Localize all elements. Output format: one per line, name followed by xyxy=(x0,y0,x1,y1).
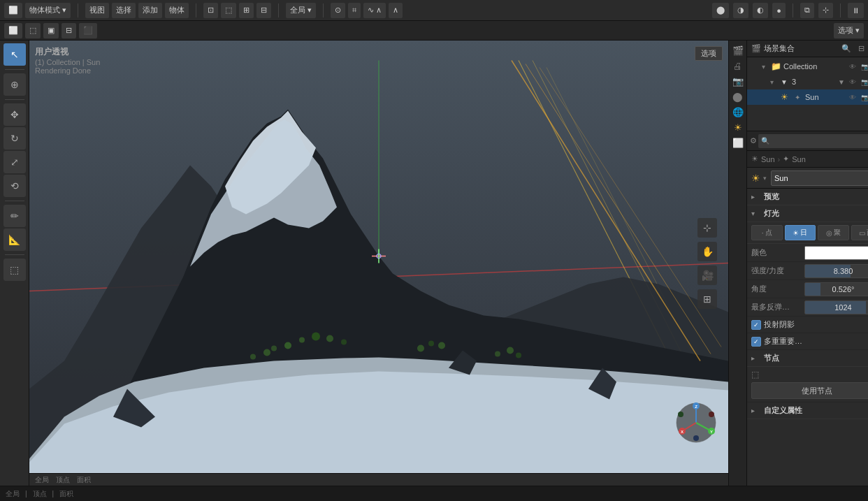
nav-gizmo[interactable]: Z Y X xyxy=(675,402,717,444)
shadow-checkbox[interactable]: ✓ xyxy=(751,320,761,330)
bounce-value[interactable]: 1024 xyxy=(804,300,868,314)
viewport-shading-2[interactable]: ◑ xyxy=(733,3,748,18)
material-btn[interactable]: ⬜ xyxy=(731,136,745,150)
node-section-header[interactable]: ▸ 节点 xyxy=(747,350,868,367)
mode-arrow: ▾ xyxy=(62,6,66,15)
light-type-spot[interactable]: ◎ 聚 xyxy=(818,225,849,240)
rotate-tool[interactable]: ↻ xyxy=(3,127,26,150)
svg-point-37 xyxy=(678,412,683,417)
perspective-icon[interactable]: ⊹ xyxy=(697,218,717,238)
sun-visibility[interactable]: 👁 xyxy=(847,92,858,103)
camera-view-icon[interactable]: 🎥 xyxy=(697,266,717,285)
scene-side-btn[interactable]: ⬤ xyxy=(731,89,745,103)
icon-row-4[interactable]: ⊟ xyxy=(62,23,76,38)
visibility-icon[interactable]: 👁 xyxy=(847,61,858,72)
menu-select[interactable]: 选择 xyxy=(112,3,136,18)
shadow-row: ✓ 投射阴影 xyxy=(747,317,868,333)
icon-row-3[interactable]: ▣ xyxy=(43,23,59,38)
viewport-shading-4[interactable]: ● xyxy=(772,3,786,18)
breadcrumb: ☀ Sun › ✦ Sun xyxy=(747,151,868,168)
annotate-tool[interactable]: ✏ xyxy=(3,205,26,227)
obj-name-input[interactable] xyxy=(771,170,868,186)
outliner-item-sun[interactable]: ☀ ✦ Sun 👁 📷 ⬤ xyxy=(747,89,868,105)
outliner-item-collection[interactable]: ▾ 📁 Collection 👁 📷 ⬤ xyxy=(747,59,868,74)
color-value[interactable] xyxy=(804,246,868,260)
viewport-options-btn[interactable]: 选项 xyxy=(695,46,723,61)
use-nodes-btn[interactable]: 使用节点 xyxy=(751,382,868,399)
light-type-point[interactable]: · 点 xyxy=(751,225,783,240)
light-type-sun[interactable]: ☀ 日 xyxy=(785,225,816,240)
viewport-shading-1[interactable]: ⬤ xyxy=(712,3,729,18)
object-data-btn[interactable]: ☀ xyxy=(731,120,745,134)
menu-object[interactable]: 物体 xyxy=(165,3,189,18)
viewport-bottom-bar: 全局 顶点 面积 xyxy=(29,473,728,486)
transform-btn-3[interactable]: ∿ ∧ xyxy=(363,3,386,18)
light-type-area[interactable]: ▭ 面 xyxy=(851,225,869,240)
outliner-search-btn[interactable]: 🔍 xyxy=(840,43,853,55)
icon-btn-4[interactable]: ⊟ xyxy=(256,3,271,18)
render-side-btn[interactable]: 🎬 xyxy=(731,43,745,57)
transform-btn-2[interactable]: ⌗ xyxy=(348,3,361,18)
custom-props-header[interactable]: ▸ 自定义属性 xyxy=(747,402,868,419)
svg-point-14 xyxy=(417,345,424,352)
search-input[interactable] xyxy=(772,137,868,145)
multi-shadow-checkbox[interactable]: ✓ xyxy=(751,337,761,347)
pause-btn[interactable]: ⏸ xyxy=(848,3,864,18)
transform-tool[interactable]: ⟲ xyxy=(3,175,26,197)
filter-render[interactable]: 📷 xyxy=(860,76,868,87)
icon-row-2[interactable]: ⬚ xyxy=(25,23,41,38)
vb-tab-1[interactable]: 全局 xyxy=(32,475,52,485)
output-side-btn[interactable]: 🖨 xyxy=(731,59,745,73)
view-layer-btn[interactable]: 📷 xyxy=(731,74,745,88)
divider-5 xyxy=(793,3,793,17)
transform-section: ⊙ ⌗ ∿ ∧ ∧ xyxy=(331,3,403,18)
properties-content: ☀ ▾ ▸ 预览 ▾ 灯光 ⋯ xyxy=(747,168,868,486)
icon-row-5[interactable]: ⬛ xyxy=(79,23,97,38)
viewport-3d[interactable]: 用户透视 (1) Collection | Sun Rendering Done… xyxy=(29,41,728,486)
icon-btn-1[interactable]: ⊡ xyxy=(203,3,218,18)
global-section: 全局 ▾ xyxy=(286,3,316,18)
gizmo-btn[interactable]: ⊹ xyxy=(818,3,833,18)
breadcrumb-icon: ☀ xyxy=(751,154,758,164)
render-status: Rendering Done xyxy=(35,66,100,75)
filter-visibility[interactable]: 👁 xyxy=(847,76,858,87)
multi-shadow-label: 多重重要… xyxy=(764,336,802,347)
light-section-header[interactable]: ▾ 灯光 ⋯ xyxy=(747,205,868,222)
icon-row-1[interactable]: ⬜ xyxy=(4,23,22,38)
outliner-item-filter[interactable]: ▾ ▼ 3 ▼ 👁 📷 ⬤ xyxy=(747,74,868,89)
menu-add[interactable]: 添加 xyxy=(138,3,162,18)
add-tool[interactable]: ⬚ xyxy=(3,259,26,281)
grid-icon[interactable]: ⊞ xyxy=(697,289,717,309)
overlay-btn[interactable]: ⧉ xyxy=(800,3,814,18)
svg-point-6 xyxy=(284,342,291,349)
strength-value[interactable]: 8.380 xyxy=(804,264,868,278)
viewport-label: 用户透视 (1) Collection | Sun Rendering Done xyxy=(35,46,100,75)
viewport-shading-3[interactable]: ◐ xyxy=(753,3,768,18)
divider-6 xyxy=(840,3,841,17)
menu-view[interactable]: 视图 xyxy=(85,3,109,18)
render-visibility-icon[interactable]: 📷 xyxy=(860,61,868,72)
transform-btn-4[interactable]: ∧ xyxy=(389,3,403,18)
mode-dropdown[interactable]: 物体模式 ▾ xyxy=(25,3,71,18)
select-tool[interactable]: ↖ xyxy=(3,43,26,66)
measure-tool[interactable]: 📐 xyxy=(3,228,26,251)
transform-btn-1[interactable]: ⊙ xyxy=(331,3,345,18)
icon-btn-3[interactable]: ⊞ xyxy=(239,3,254,18)
scale-tool[interactable]: ⤢ xyxy=(3,151,26,173)
preview-section-header[interactable]: ▸ 预览 xyxy=(747,189,868,205)
outliner-filter-btn[interactable]: ⊟ xyxy=(855,43,867,55)
cursor-tool[interactable]: ⊕ xyxy=(3,73,26,96)
options-btn[interactable]: 选项 ▾ xyxy=(834,23,864,38)
vb-tab-3[interactable]: 面积 xyxy=(74,475,94,485)
properties-side-icons: 🎬 🖨 📷 ⬤ 🌐 ☀ ⬜ xyxy=(728,41,746,486)
move-tool[interactable]: ✥ xyxy=(3,103,26,126)
sun-render[interactable]: 📷 xyxy=(860,92,868,103)
world-side-btn[interactable]: 🌐 xyxy=(731,105,745,119)
mode-icon-btn[interactable]: ⬜ xyxy=(4,3,22,18)
icon-btn-2[interactable]: ⬚ xyxy=(221,3,236,18)
search-bar[interactable]: 🔍 xyxy=(758,134,868,148)
vb-tab-2[interactable]: 顶点 xyxy=(53,475,73,485)
view-all-btn[interactable]: 全局 ▾ xyxy=(286,3,316,18)
local-view-icon[interactable]: ✋ xyxy=(697,242,717,261)
angle-value[interactable]: 0.526° xyxy=(804,282,868,296)
